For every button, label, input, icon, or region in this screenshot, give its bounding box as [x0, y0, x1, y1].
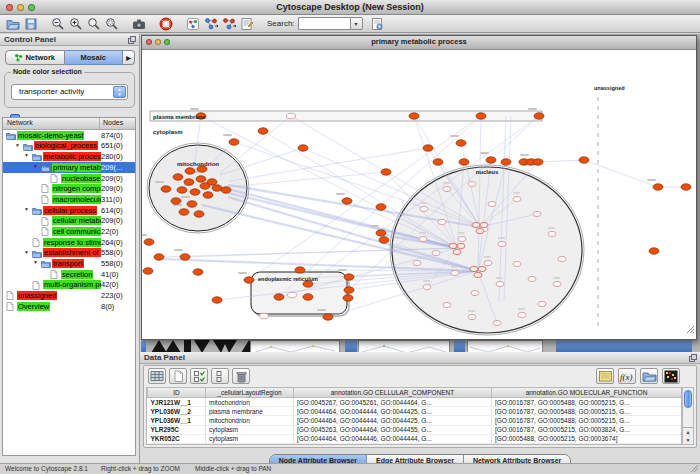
- minimize-button[interactable]: [155, 39, 161, 45]
- table-cell[interactable]: [GO:0016787, GO:0005215, GO:0003824, G..…: [492, 425, 682, 434]
- close-button[interactable]: [6, 4, 13, 11]
- table-cell[interactable]: mitochondrion: [206, 398, 294, 407]
- gene-node[interactable]: [344, 287, 354, 293]
- tree-row[interactable]: mosaic-demo-yeast874(0): [3, 130, 135, 141]
- gene-node[interactable]: [558, 256, 566, 261]
- formula-builder-icon[interactable]: f(x): [618, 368, 636, 384]
- gene-node[interactable]: [538, 301, 546, 306]
- zoom-selected-icon[interactable]: [104, 16, 120, 31]
- tree-row[interactable]: ▼cellular process614(0): [3, 205, 135, 216]
- table-cell[interactable]: YKR052C: [148, 434, 206, 443]
- table-cell[interactable]: YLR295C: [148, 425, 206, 434]
- gene-node[interactable]: [344, 274, 354, 280]
- gene-node[interactable]: [528, 276, 536, 281]
- gene-node[interactable]: [221, 187, 231, 193]
- gene-node[interactable]: [471, 290, 479, 295]
- gene-node[interactable]: [496, 281, 504, 286]
- gene-node[interactable]: [419, 236, 427, 241]
- gene-node[interactable]: [303, 294, 313, 300]
- gene-node[interactable]: [413, 260, 421, 265]
- table-cell[interactable]: [GO:0016787, GO:0005488, GO:0005215, G..…: [492, 398, 682, 407]
- help-icon[interactable]: [158, 16, 174, 31]
- select-attributes-icon[interactable]: [190, 368, 208, 384]
- gene-node[interactable]: [190, 189, 200, 195]
- tree-row[interactable]: ▼transport558(0): [3, 258, 135, 269]
- gene-node[interactable]: [443, 186, 451, 191]
- scroll-up-icon[interactable]: ▲: [683, 428, 693, 436]
- column-header[interactable]: annotation.GO MOLECULAR_FUNCTION: [492, 388, 682, 398]
- tree-row[interactable]: ▼metabolic process280(0): [3, 151, 135, 162]
- open-file-icon[interactable]: [5, 16, 21, 31]
- gene-node[interactable]: [649, 248, 659, 254]
- table-cell[interactable]: [GO:0016787, GO:0005488, GO:0005215, G..…: [492, 443, 682, 445]
- gene-node[interactable]: [196, 176, 206, 182]
- column-header[interactable]: ID: [148, 388, 206, 398]
- gene-node[interactable]: [260, 313, 269, 319]
- gene-node[interactable]: [451, 270, 459, 275]
- table-row[interactable]: YPL036W__2plasma membrane[GO:0044464, GO…: [148, 407, 682, 416]
- batch-edit-icon[interactable]: [148, 368, 166, 384]
- gene-node[interactable]: [193, 269, 203, 275]
- close-button[interactable]: [146, 39, 152, 45]
- gene-node[interactable]: [409, 113, 419, 119]
- search-dropdown-arrow-icon[interactable]: ▾: [350, 17, 363, 30]
- gene-node[interactable]: [533, 159, 543, 165]
- new-attribute-icon[interactable]: [169, 368, 187, 384]
- tree-row[interactable]: ▼primary metabo209(...: [3, 162, 135, 173]
- gene-node[interactable]: [480, 222, 488, 227]
- gene-node[interactable]: [476, 113, 486, 119]
- table-cell[interactable]: [GO:0044464, GO:0044444, GO:0044425, G..…: [294, 416, 492, 425]
- table-cell[interactable]: YPL036W__1: [148, 416, 206, 425]
- import-attributes-icon[interactable]: [640, 368, 658, 384]
- gene-node[interactable]: [420, 206, 428, 211]
- gene-node[interactable]: [438, 219, 446, 224]
- gene-node[interactable]: [653, 184, 663, 190]
- gene-node[interactable]: [171, 198, 181, 204]
- column-header[interactable]: _cellularLayoutRegion: [206, 388, 294, 398]
- table-row[interactable]: YPL036W__1mitochondrion[GO:0044464, GO:0…: [148, 416, 682, 425]
- resize-grip-icon[interactable]: [686, 320, 695, 338]
- layout-selected-icon[interactable]: [221, 16, 237, 31]
- gene-node[interactable]: [553, 281, 561, 286]
- float-panel-icon[interactable]: [128, 36, 136, 46]
- gene-node[interactable]: [468, 181, 476, 186]
- gene-node[interactable]: [579, 157, 589, 163]
- gene-node[interactable]: [533, 211, 541, 216]
- tree-row[interactable]: multi-organism pro42(0): [3, 280, 135, 291]
- gene-node[interactable]: [449, 243, 457, 248]
- gene-node[interactable]: [179, 209, 189, 215]
- gene-node[interactable]: [518, 312, 526, 317]
- table-cell[interactable]: [GO:0044464, GO:0044444, GO:0044425, G..…: [294, 443, 492, 445]
- modify-network-icon[interactable]: [369, 16, 385, 31]
- gene-node[interactable]: [144, 239, 154, 245]
- tree-column-network[interactable]: Network: [7, 119, 33, 126]
- gene-node[interactable]: [323, 314, 333, 320]
- tree-row[interactable]: cell communicat22(0): [3, 226, 135, 237]
- gene-node[interactable]: [379, 237, 389, 243]
- table-cell[interactable]: mitochondrion: [206, 443, 294, 445]
- snapshot-icon[interactable]: [131, 16, 147, 31]
- search-input[interactable]: [298, 17, 350, 30]
- tab-overflow-arrow[interactable]: ▶: [123, 50, 135, 65]
- gene-node[interactable]: [453, 249, 461, 254]
- zoom-in-icon[interactable]: [68, 16, 84, 31]
- gene-node[interactable]: [443, 302, 451, 307]
- gene-node[interactable]: [432, 250, 440, 255]
- gene-node[interactable]: [478, 266, 486, 271]
- gene-node[interactable]: [513, 261, 521, 266]
- table-cell[interactable]: cytoplasm: [206, 425, 294, 434]
- table-cell[interactable]: [GO:0044464, GO:0044446, GO:0044444, G..…: [294, 434, 492, 443]
- gene-node[interactable]: [258, 128, 268, 134]
- gene-node[interactable]: [513, 196, 521, 201]
- gene-node[interactable]: [457, 243, 465, 248]
- gene-node[interactable]: [423, 145, 433, 151]
- vizmapper-icon[interactable]: [185, 16, 201, 31]
- table-cell[interactable]: YPL036W__2: [148, 407, 206, 416]
- tab-mosaic[interactable]: Mosaic: [65, 50, 124, 65]
- node-color-combobox[interactable]: transporter activity ▲▼: [11, 84, 128, 100]
- table-row[interactable]: YJR121W__1mitochondrion[GO:0045267, GO:0…: [148, 398, 682, 407]
- minimize-button[interactable]: [17, 4, 24, 11]
- table-row[interactable]: YKR052Ccytoplasm[GO:0044464, GO:0044446,…: [148, 434, 682, 443]
- gene-node[interactable]: [468, 314, 476, 319]
- table-cell[interactable]: [GO:0045267, GO:0045261, GO:0044464, G..…: [294, 398, 492, 407]
